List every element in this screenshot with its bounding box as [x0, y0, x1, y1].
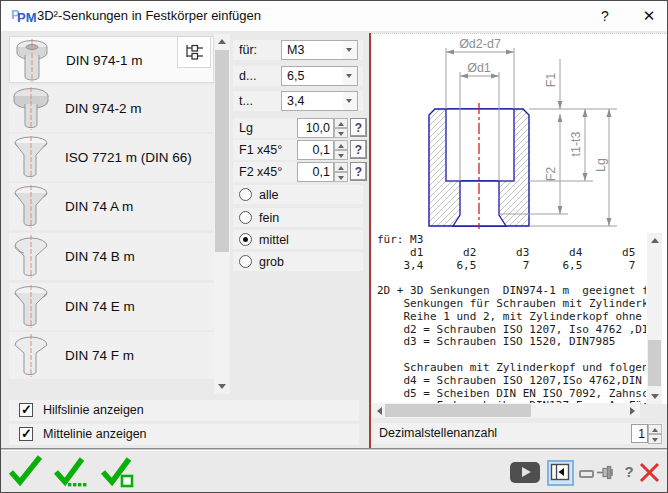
f2-help-button[interactable]: ?	[350, 162, 367, 181]
f2-stepper[interactable]	[334, 162, 348, 182]
countersink-3d-icon	[11, 135, 55, 184]
chevron-up-icon	[651, 238, 659, 243]
list-item[interactable]: DIN 74 F m	[9, 332, 214, 379]
radio-selected-icon[interactable]	[239, 233, 252, 246]
field-label: t...	[239, 94, 253, 108]
info-v-scrollbar[interactable]	[647, 233, 662, 404]
check-dots-icon	[52, 453, 90, 489]
dock-panel-button[interactable]	[547, 460, 574, 486]
scrollbar-thumb[interactable]	[385, 404, 531, 417]
list-item[interactable]: DIN 74 B m	[9, 233, 214, 280]
decimal-places-stepper[interactable]	[648, 424, 662, 444]
dim-label-f2: F2	[544, 167, 558, 182]
video-tutorial-button[interactable]	[510, 462, 540, 483]
f1-stepper[interactable]	[334, 140, 348, 160]
spin-down-icon[interactable]	[334, 172, 348, 182]
t-combobox[interactable]: 3,4	[281, 91, 358, 111]
dialog-window: P PM 3D²-Senkungen in Festkörper einfüge…	[0, 0, 668, 493]
list-item[interactable]: DIN 74 E m	[9, 283, 214, 330]
field-label: F2 x45°	[239, 165, 282, 179]
decimal-places-input[interactable]: 1	[631, 424, 648, 443]
ok-button[interactable]	[7, 453, 47, 491]
chevron-down-icon[interactable]	[343, 41, 357, 59]
spin-down-icon[interactable]	[334, 150, 348, 160]
mittellinie-checkbox-row[interactable]: Mittelinie anzeigen	[9, 424, 359, 445]
checkbox-checked-icon[interactable]	[19, 403, 33, 417]
tree-view-button[interactable]	[177, 36, 211, 68]
info-h-scrollbar[interactable]	[372, 403, 640, 418]
dim-label-d2-d7: Ød2-d7	[459, 37, 501, 51]
chevron-down-icon	[651, 394, 659, 399]
scrollbar-thumb[interactable]	[648, 340, 661, 386]
spin-up-icon[interactable]	[334, 118, 348, 128]
window-close-button[interactable]: ✕	[634, 1, 664, 31]
scroll-right-button[interactable]	[625, 403, 640, 418]
scroll-down-button[interactable]	[214, 379, 230, 394]
countersink-3d-icon	[12, 38, 56, 87]
pin-button[interactable]	[596, 464, 615, 481]
chevron-down-icon[interactable]	[343, 67, 357, 85]
fuer-combobox[interactable]: M3	[281, 40, 358, 60]
countersink-3d-icon	[11, 86, 55, 135]
bottom-separator	[1, 448, 668, 451]
list-item[interactable]: ISO 7721 m (DIN 66)	[9, 134, 214, 181]
radio-icon[interactable]	[239, 188, 252, 201]
spin-down-icon[interactable]	[648, 434, 662, 444]
countersink-3d-icon	[11, 234, 55, 283]
decimal-places-row: Dezimalstellenanzahl 1	[373, 423, 663, 444]
list-scrollbar[interactable]	[214, 34, 230, 394]
field-label: F1 x45°	[239, 143, 282, 157]
dim-label-t1-t3: t1-t3	[569, 131, 583, 156]
dock-panel-icon	[549, 462, 571, 483]
dim-label-f1: F1	[544, 73, 558, 88]
list-item[interactable]: DIN 974-2 m	[9, 85, 214, 132]
checkbox-checked-icon[interactable]	[19, 427, 33, 441]
field-row-f1: F1 x45° 0,1	[233, 140, 363, 160]
scrollbar-thumb[interactable]	[215, 50, 229, 252]
combobox-value: 6,5	[287, 69, 304, 83]
f1-input[interactable]: 0,1	[297, 140, 334, 160]
radio-mittel[interactable]: mittel	[233, 230, 363, 249]
ok-options-button[interactable]	[52, 453, 92, 491]
chevron-down-icon[interactable]	[343, 92, 357, 110]
spin-down-icon[interactable]	[334, 128, 348, 138]
lg-stepper[interactable]	[334, 118, 348, 138]
scroll-up-button[interactable]	[214, 34, 230, 49]
f2-input[interactable]: 0,1	[297, 162, 334, 182]
play-icon	[522, 467, 531, 477]
field-row-d: d... 6,5	[233, 66, 363, 86]
field-row-f2: F2 x45° 0,1	[233, 162, 363, 182]
chevron-down-icon	[218, 384, 226, 389]
field-label: für:	[239, 43, 257, 57]
radio-grob[interactable]: grob	[233, 252, 363, 271]
chevron-right-icon	[630, 407, 635, 415]
f1-help-button[interactable]: ?	[350, 140, 367, 159]
window-help-button[interactable]: ?	[590, 1, 620, 31]
decimal-places-label: Dezimalstellenanzahl	[379, 426, 497, 440]
minimize-button[interactable]	[579, 470, 594, 478]
d-combobox[interactable]: 6,5	[281, 66, 358, 86]
pin-icon	[596, 464, 615, 481]
spin-up-icon[interactable]	[334, 162, 348, 172]
cancel-x-icon	[637, 460, 662, 485]
radio-icon[interactable]	[239, 255, 252, 268]
spin-up-icon[interactable]	[648, 424, 662, 434]
countersink-3d-icon	[11, 333, 55, 382]
hilfslinie-checkbox-row[interactable]: Hilfslinie anzeigen	[9, 400, 359, 421]
spin-up-icon[interactable]	[334, 140, 348, 150]
cancel-button[interactable]	[637, 460, 662, 485]
list-item[interactable]: DIN 74 A m	[9, 183, 214, 230]
info-text: für: M3 d1 d2 d3 d4 d5 d6 3,4 6,5 7 6,5 …	[373, 234, 646, 404]
field-row-t: t... 3,4	[233, 91, 363, 111]
radio-icon[interactable]	[239, 211, 252, 224]
scroll-down-button[interactable]	[647, 389, 662, 404]
lg-help-button[interactable]: ?	[350, 118, 367, 137]
ok-box-button[interactable]	[99, 453, 139, 491]
context-help-button[interactable]: ?	[620, 461, 638, 483]
lg-input[interactable]: 10,0	[297, 118, 334, 138]
scroll-up-button[interactable]	[647, 233, 662, 248]
radio-alle[interactable]: alle	[233, 185, 363, 204]
tree-icon	[184, 43, 204, 61]
radio-fein[interactable]: fein	[233, 208, 363, 227]
panel-splitter[interactable]	[369, 33, 371, 448]
